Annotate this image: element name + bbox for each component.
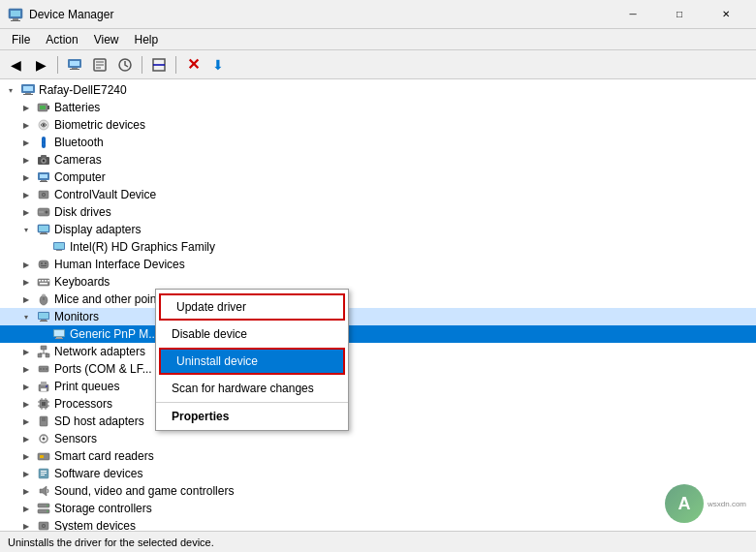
- svg-rect-32: [40, 181, 47, 182]
- svg-rect-77: [41, 382, 47, 385]
- context-properties[interactable]: Properties: [156, 405, 348, 428]
- expand-display[interactable]: ▾: [19, 223, 33, 236]
- list-item[interactable]: ▶ Computer: [0, 169, 756, 186]
- expand-smartcard[interactable]: ▶: [19, 449, 33, 463]
- list-item[interactable]: ▶ Smart card readers: [0, 447, 756, 465]
- expand-monitors[interactable]: ▾: [19, 310, 33, 323]
- list-item[interactable]: ▾ Display adapters: [0, 221, 756, 238]
- device-tree[interactable]: ▾ Rafay-DellE7240 ▶ Batte: [0, 79, 756, 531]
- toolbar-update[interactable]: [113, 53, 137, 77]
- item-label: Keyboards: [54, 275, 110, 289]
- expand-sensors[interactable]: ▶: [19, 432, 33, 445]
- svg-rect-55: [40, 283, 47, 285]
- item-label: Biometric devices: [54, 118, 145, 132]
- expand-storage[interactable]: ▶: [19, 502, 33, 515]
- expand-processors[interactable]: ▶: [19, 397, 33, 411]
- generic-pnp-icon: [51, 326, 67, 342]
- item-label: Print queues: [54, 380, 119, 393]
- expand-computer[interactable]: ▶: [19, 170, 33, 184]
- svg-rect-52: [42, 280, 44, 282]
- expand-controlvault[interactable]: ▶: [19, 188, 33, 201]
- context-scan-hardware[interactable]: Scan for hardware changes: [156, 377, 348, 400]
- list-item[interactable]: ▶ Software devices: [0, 465, 756, 482]
- item-label: Disk drives: [54, 205, 111, 219]
- maximize-button[interactable]: □: [657, 0, 702, 29]
- expand-print[interactable]: ▶: [19, 380, 33, 393]
- list-item[interactable]: ▶ Network adapters: [0, 343, 756, 360]
- expand-diskdrives[interactable]: ▶: [19, 205, 33, 219]
- expand-cameras[interactable]: ▶: [19, 153, 33, 167]
- list-item[interactable]: Generic PnP M...: [0, 325, 756, 343]
- menu-action[interactable]: Action: [38, 29, 85, 49]
- svg-point-47: [41, 262, 43, 264]
- expand-biometric[interactable]: ▶: [19, 118, 33, 132]
- list-item[interactable]: Intel(R) HD Graphics Family: [0, 238, 756, 256]
- properties-label: Properties: [172, 410, 229, 423]
- menu-file[interactable]: File: [4, 29, 38, 49]
- list-item[interactable]: ▶ Human Interface Devices: [0, 256, 756, 273]
- list-item[interactable]: ▶ Bluetooth: [0, 134, 756, 151]
- toolbar-computer[interactable]: [63, 53, 86, 77]
- menu-view[interactable]: View: [86, 29, 127, 49]
- list-item[interactable]: ▶ Ports (COM & LF...: [0, 360, 756, 378]
- expand-system[interactable]: ▶: [19, 519, 33, 531]
- list-item[interactable]: ▶ Storage controllers: [0, 500, 756, 517]
- menu-help[interactable]: Help: [127, 29, 167, 49]
- context-disable-device[interactable]: Disable device: [156, 322, 348, 346]
- list-item[interactable]: ▶ Sound, video and game controllers: [0, 482, 756, 500]
- expand-hid[interactable]: ▶: [19, 258, 33, 271]
- list-item[interactable]: ▾ Monitors: [0, 308, 756, 325]
- minimize-button[interactable]: ─: [611, 0, 655, 29]
- expand-sound[interactable]: ▶: [19, 484, 33, 498]
- computer-icon: [36, 169, 51, 185]
- svg-rect-41: [41, 232, 47, 233]
- expand-sd[interactable]: ▶: [19, 414, 33, 428]
- list-item[interactable]: ▶ System devices: [0, 517, 756, 531]
- expand-keyboards[interactable]: ▶: [19, 275, 33, 289]
- expand-batteries[interactable]: ▶: [19, 101, 33, 114]
- list-item[interactable]: ▶ Batteries: [0, 99, 756, 116]
- smartcard-icon: [36, 448, 51, 464]
- list-item[interactable]: ▶ SD host adapters: [0, 413, 756, 430]
- toolbar-back[interactable]: ◀: [4, 53, 27, 77]
- intel-icon: [51, 239, 67, 255]
- item-label: Sensors: [54, 432, 97, 445]
- expand-network[interactable]: ▶: [19, 345, 33, 358]
- item-label: Sound, video and game controllers: [54, 484, 234, 498]
- toolbar-delete[interactable]: ✕: [181, 53, 205, 77]
- bluetooth-icon: [36, 135, 51, 150]
- toolbar-properties[interactable]: [88, 53, 111, 77]
- toolbar-install[interactable]: ⬇: [206, 53, 230, 77]
- list-item[interactable]: ▶ Keyboards: [0, 273, 756, 291]
- list-item[interactable]: ▶ Processors: [0, 395, 756, 413]
- list-item[interactable]: ▶ Biometric devices: [0, 116, 756, 134]
- hid-icon: [36, 257, 51, 272]
- list-item[interactable]: ▶ ControlVault Device: [0, 186, 756, 203]
- list-item[interactable]: ▶ Print queues: [0, 378, 756, 395]
- diskdrives-icon: [36, 204, 51, 220]
- expand-root[interactable]: ▾: [4, 83, 17, 97]
- toolbar-scan[interactable]: [147, 53, 171, 77]
- root-icon: [20, 82, 36, 98]
- context-uninstall-device[interactable]: Uninstall device: [161, 350, 343, 373]
- close-button[interactable]: ✕: [704, 0, 748, 29]
- list-item[interactable]: ▶ Disk drives: [0, 203, 756, 221]
- toolbar-forward[interactable]: ▶: [29, 53, 52, 77]
- list-item[interactable]: ▶ Mice and other pointing devices: [0, 291, 756, 308]
- svg-rect-3: [11, 20, 20, 21]
- expand-software[interactable]: ▶: [19, 467, 33, 480]
- svg-rect-44: [54, 243, 64, 249]
- expand-mice[interactable]: ▶: [19, 292, 33, 306]
- svg-rect-20: [47, 106, 49, 109]
- svg-rect-81: [42, 402, 46, 406]
- tree-root[interactable]: ▾ Rafay-DellE7240: [0, 81, 756, 99]
- expand-bluetooth[interactable]: ▶: [19, 136, 33, 149]
- item-label: Generic PnP M...: [70, 327, 158, 341]
- list-item[interactable]: ▶ Cameras: [0, 151, 756, 169]
- item-label: Processors: [54, 397, 112, 411]
- svg-rect-49: [41, 265, 47, 266]
- expand-ports[interactable]: ▶: [19, 362, 33, 376]
- sd-icon: [36, 414, 51, 429]
- context-update-driver[interactable]: Update driver: [161, 295, 343, 319]
- list-item[interactable]: ▶ Sensors: [0, 430, 756, 447]
